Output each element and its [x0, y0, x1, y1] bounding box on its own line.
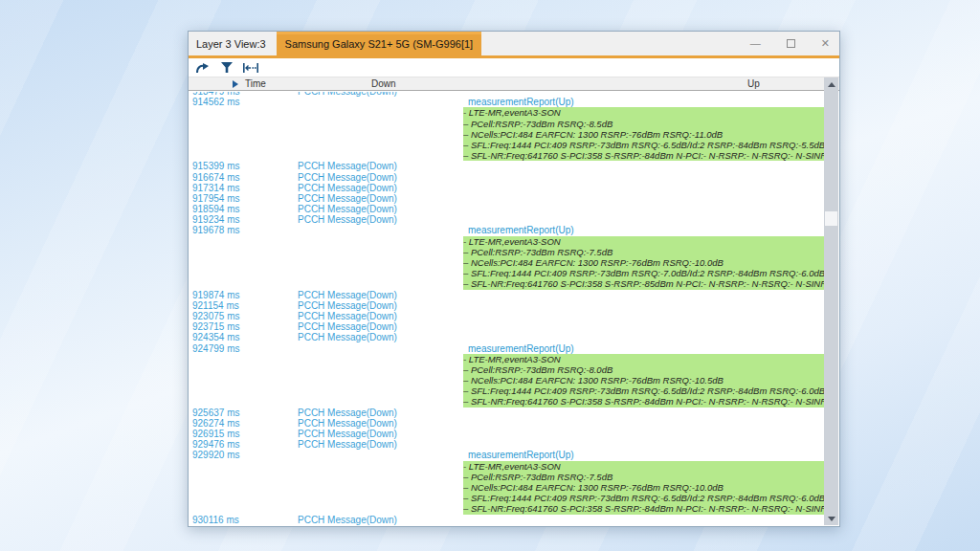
report-detail-line: - LTE-MR,eventA3-SON — [463, 461, 824, 472]
timestamp: 919874 ms — [192, 290, 239, 300]
downlink-message[interactable]: PCCH Message(Down) — [298, 183, 397, 193]
table-row[interactable]: 919874 msPCCH Message(Down) — [189, 290, 824, 300]
timestamp: 923075 ms — [192, 311, 239, 321]
downlink-message[interactable]: PCCH Message(Down) — [298, 214, 397, 225]
table-row[interactable]: 919678 msmeasurementReport(Up) — [189, 225, 824, 235]
minimize-button[interactable]: — — [750, 38, 761, 49]
downlink-message[interactable]: PCCH Message(Down) — [298, 193, 397, 204]
message-list: 913479 msPCCH Message(Down)914562 msmeas… — [189, 92, 824, 525]
downlink-message[interactable]: PCCH Message(Down) — [298, 429, 397, 439]
uplink-message[interactable]: measurementReport(Up) — [468, 450, 574, 460]
report-detail-line: - LTE-MR,eventA3-SON — [463, 107, 824, 118]
report-detail-line: – SFL:Freq:1444 PCI:409 RSRP:-73dBm RSRQ… — [463, 268, 824, 278]
measurement-report-details: - LTE-MR,eventA3-SON– PCell:RSRP:-73dBm … — [463, 354, 824, 408]
scroll-up-button[interactable] — [824, 77, 838, 91]
vertical-scrollbar[interactable] — [824, 77, 838, 525]
downlink-message[interactable]: PCCH Message(Down) — [298, 172, 397, 183]
table-row[interactable]: 916674 msPCCH Message(Down) — [189, 172, 824, 183]
table-row[interactable]: 917954 msPCCH Message(Down) — [189, 193, 824, 204]
timestamp: 914562 ms — [192, 97, 239, 107]
column-header-time[interactable]: Time — [245, 78, 266, 89]
timestamp: 925637 ms — [192, 408, 239, 418]
timestamp: 917954 ms — [192, 193, 239, 204]
table-row[interactable]: 915399 msPCCH Message(Down) — [189, 161, 824, 171]
timestamp: 919678 ms — [192, 225, 239, 235]
table-row[interactable]: 923075 msPCCH Message(Down) — [189, 311, 824, 321]
window-title: Layer 3 View:3 — [189, 38, 277, 50]
uplink-message[interactable]: measurementReport(Up) — [468, 97, 574, 107]
timestamp: 929476 ms — [192, 439, 239, 450]
title-bar: Layer 3 View:3 Samsung Galaxy S21+ 5G (S… — [189, 32, 839, 55]
filter-icon[interactable] — [219, 61, 234, 75]
device-tab[interactable]: Samsung Galaxy S21+ 5G (SM-G996[1] — [277, 32, 482, 55]
table-row[interactable]: 925637 msPCCH Message(Down) — [189, 408, 824, 418]
downlink-message[interactable]: PCCH Message(Down) — [298, 418, 397, 429]
report-detail-line: – SFL:Freq:1444 PCI:409 RSRP:-73dBm RSRQ… — [463, 493, 824, 503]
timestamp: 924354 ms — [192, 332, 239, 342]
report-detail-line: – SFL-NR:Freq:641760 S-PCI:358 S-RSRP:-8… — [463, 278, 824, 289]
report-detail-line: – NCells:PCI:484 EARFCN: 1300 RSRP:-76dB… — [463, 375, 824, 386]
downlink-message[interactable]: PCCH Message(Down) — [298, 515, 397, 525]
table-row[interactable]: 929476 msPCCH Message(Down) — [189, 439, 824, 450]
layer3-view-window: Layer 3 View:3 Samsung Galaxy S21+ 5G (S… — [188, 31, 840, 527]
table-row[interactable]: 914562 msmeasurementReport(Up) — [189, 97, 824, 107]
table-row[interactable]: 917314 msPCCH Message(Down) — [189, 183, 824, 193]
scroll-down-button[interactable] — [824, 512, 838, 525]
table-row[interactable]: 924799 msmeasurementReport(Up) — [189, 343, 824, 354]
toolbar — [189, 58, 839, 77]
table-row[interactable]: 919234 msPCCH Message(Down) — [189, 214, 824, 225]
timestamp: 921154 ms — [192, 300, 239, 311]
close-button[interactable]: ✕ — [821, 38, 830, 49]
measurement-report-details: - LTE-MR,eventA3-SON– PCell:RSRP:-73dBm … — [463, 461, 824, 515]
downlink-message[interactable]: PCCH Message(Down) — [298, 204, 397, 214]
report-detail-line: – SFL-NR:Freq:641760 S-PCI:358 S-RSRP:-8… — [463, 503, 824, 514]
report-detail-line: – NCells:PCI:484 EARFCN: 1300 RSRP:-76dB… — [463, 257, 824, 268]
jump-arrow-icon[interactable] — [195, 61, 211, 75]
scrollbar-thumb[interactable] — [825, 211, 837, 226]
downlink-message[interactable]: PCCH Message(Down) — [298, 311, 397, 321]
report-detail-line: – PCell:RSRP:-73dBm RSRQ:-7.5dB — [463, 247, 824, 257]
column-header-down[interactable]: Down — [371, 78, 396, 89]
time-marker-icon[interactable] — [243, 61, 258, 75]
device-tab-label: Samsung Galaxy S21+ 5G (SM-G996[1] — [285, 38, 474, 50]
scroll-up-arrow-icon — [828, 82, 835, 87]
report-detail-line: - LTE-MR,eventA3-SON — [463, 354, 824, 364]
table-row[interactable]: 926915 msPCCH Message(Down) — [189, 429, 824, 439]
report-detail-line: – SFL:Freq:1444 PCI:409 RSRP:-73dBm RSRQ… — [463, 386, 824, 396]
report-detail-line: - LTE-MR,eventA3-SON — [463, 236, 824, 247]
column-header-up[interactable]: Up — [747, 78, 760, 89]
uplink-message[interactable]: measurementReport(Up) — [468, 343, 574, 354]
downlink-message[interactable]: PCCH Message(Down) — [298, 300, 397, 311]
maximize-button[interactable] — [787, 39, 795, 48]
window-controls: — ✕ — [750, 32, 830, 55]
table-row[interactable]: 930116 msPCCH Message(Down) — [189, 515, 824, 525]
report-detail-line: – SFL-NR:Freq:641760 S-PCI:358 S-RSRP:-8… — [463, 396, 824, 407]
timestamp: 923715 ms — [192, 321, 239, 332]
report-detail-line: – PCell:RSRP:-73dBm RSRQ:-8.0dB — [463, 364, 824, 375]
timestamp: 924799 ms — [192, 343, 239, 354]
report-detail-line: – PCell:RSRP:-73dBm RSRQ:-7.5dB — [463, 472, 824, 482]
table-row[interactable]: 918594 msPCCH Message(Down) — [189, 204, 824, 214]
table-row[interactable]: 924354 msPCCH Message(Down) — [189, 332, 824, 342]
timestamp: 926274 ms — [192, 418, 239, 429]
downlink-message[interactable]: PCCH Message(Down) — [298, 321, 397, 332]
downlink-message[interactable]: PCCH Message(Down) — [298, 439, 397, 450]
report-detail-line: – SFL:Freq:1444 PCI:409 RSRP:-73dBm RSRQ… — [463, 140, 824, 150]
timestamp: 919234 ms — [192, 214, 239, 225]
downlink-message[interactable]: PCCH Message(Down) — [298, 408, 397, 418]
timestamp: 917314 ms — [192, 183, 239, 193]
table-row[interactable]: 921154 msPCCH Message(Down) — [189, 300, 824, 311]
scroll-down-arrow-icon — [828, 517, 835, 521]
measurement-report-details: - LTE-MR,eventA3-SON– PCell:RSRP:-73dBm … — [463, 107, 824, 161]
downlink-message[interactable]: PCCH Message(Down) — [298, 161, 397, 171]
downlink-message[interactable]: PCCH Message(Down) — [298, 332, 397, 342]
downlink-message[interactable]: PCCH Message(Down) — [298, 290, 397, 300]
uplink-message[interactable]: measurementReport(Up) — [468, 225, 574, 235]
current-row-arrow-icon — [233, 80, 238, 88]
table-row[interactable]: 923715 msPCCH Message(Down) — [189, 321, 824, 332]
measurement-report-details: - LTE-MR,eventA3-SON– PCell:RSRP:-73dBm … — [463, 236, 824, 290]
timestamp: 916674 ms — [192, 172, 239, 183]
timestamp: 929920 ms — [192, 450, 239, 460]
table-row[interactable]: 926274 msPCCH Message(Down) — [189, 418, 824, 429]
table-row[interactable]: 929920 msmeasurementReport(Up) — [189, 450, 824, 460]
